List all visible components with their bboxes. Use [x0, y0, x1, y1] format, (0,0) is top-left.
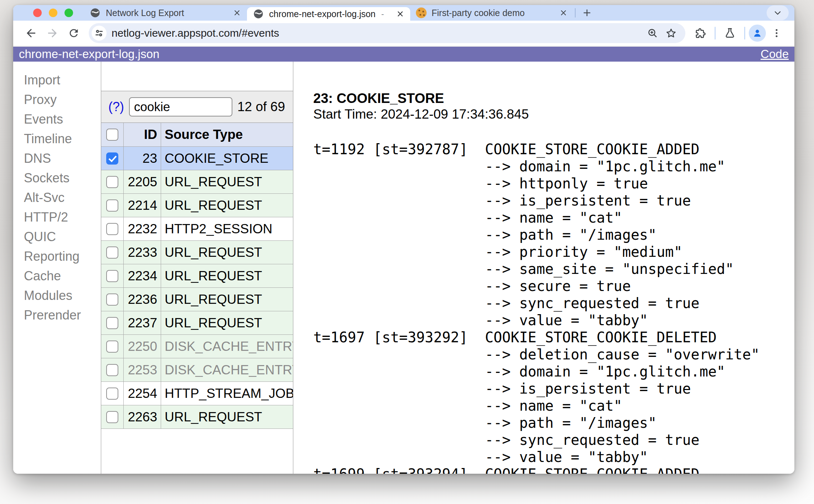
row-checkbox[interactable] [106, 411, 118, 423]
row-checkbox[interactable] [106, 317, 118, 329]
minimize-window-button[interactable] [49, 9, 57, 17]
puzzle-icon [694, 27, 706, 39]
sidebar-item-http-2[interactable]: HTTP/2 [24, 207, 101, 227]
row-id: 2214 [124, 194, 161, 217]
code-link[interactable]: Code [761, 47, 789, 61]
table-row[interactable]: 2263 URL_REQUEST [101, 405, 293, 429]
zoom-indicator-button[interactable] [643, 24, 662, 42]
row-checkbox-cell [101, 382, 124, 405]
experiments-button[interactable] [719, 23, 741, 43]
row-checkbox-cell [101, 170, 124, 193]
row-checkbox[interactable] [106, 388, 118, 400]
event-start-time: Start Time: 2024-12-09 17:34:36.845 [313, 106, 794, 122]
reload-button[interactable] [63, 23, 84, 43]
table-row[interactable]: 2253 DISK_CACHE_ENTRY [101, 358, 293, 382]
row-id: 2236 [124, 288, 161, 311]
events-list-panel: (?) 12 of 69 ID Source Type 23 COOKIE_ST… [101, 62, 293, 474]
desktop-background: Network Log Export chrome-net-export-log… [0, 0, 814, 504]
row-checkbox[interactable] [106, 176, 118, 188]
sidebar-item-proxy[interactable]: Proxy [24, 90, 101, 109]
sidebar-item-import[interactable]: Import [24, 70, 101, 90]
fullscreen-window-button[interactable] [65, 9, 73, 17]
row-checkbox-cell [101, 194, 124, 217]
event-details-panel: 23: COOKIE_STORE Start Time: 2024-12-09 … [293, 62, 794, 474]
table-row[interactable]: 2205 URL_REQUEST [101, 170, 293, 194]
event-log-text: t=1192 [st=392787] COOKIE_STORE_COOKIE_A… [313, 141, 794, 474]
row-checkbox[interactable] [106, 341, 118, 353]
column-header-source-type[interactable]: Source Type [161, 123, 293, 146]
row-id: 2250 [124, 335, 161, 358]
netlog-topbar: chrome-net-export-log.json Code [13, 47, 794, 62]
omnibox[interactable]: netlog-viewer.appspot.com/#events [89, 23, 685, 43]
url-text[interactable]: netlog-viewer.appspot.com/#events [112, 27, 643, 39]
row-checkbox[interactable] [106, 199, 118, 212]
tab-close-icon[interactable] [558, 7, 569, 19]
site-info-button[interactable] [92, 26, 107, 41]
table-row[interactable]: 2236 URL_REQUEST [101, 288, 293, 311]
sidebar-item-reporting[interactable]: Reporting [24, 246, 101, 266]
row-checkbox[interactable] [106, 152, 118, 165]
tab-close-icon[interactable] [395, 8, 406, 20]
sidebar-item-dns[interactable]: DNS [24, 149, 101, 168]
row-source-type: DISK_CACHE_ENTRY [161, 335, 293, 358]
table-row[interactable]: 2214 URL_REQUEST [101, 194, 293, 217]
sidebar-item-prerender[interactable]: Prerender [24, 305, 101, 325]
toolbar-divider [715, 27, 716, 40]
select-all-checkbox[interactable] [106, 129, 118, 141]
table-row[interactable]: 23 COOKIE_STORE [101, 147, 293, 170]
tab-first-party-cookie-demo[interactable]: First-party cookie demo [410, 5, 573, 21]
row-source-type: URL_REQUEST [161, 194, 293, 217]
sidebar-item-modules[interactable]: Modules [24, 286, 101, 305]
tab-search-button[interactable] [767, 5, 789, 20]
tab-strip: Network Log Export chrome-net-export-log… [13, 5, 794, 21]
tab-network-log-export[interactable]: Network Log Export [84, 5, 247, 21]
sidebar-item-timeline[interactable]: Timeline [24, 129, 101, 149]
bookmark-star-button[interactable] [662, 24, 680, 42]
row-id: 23 [124, 147, 161, 170]
extensions-button[interactable] [690, 23, 711, 43]
sidebar-item-alt-svc[interactable]: Alt-Svc [24, 188, 101, 207]
table-row[interactable]: 2234 URL_REQUEST [101, 264, 293, 288]
filter-help-link[interactable]: (?) [108, 99, 124, 114]
browser-menu-button[interactable] [766, 23, 787, 43]
sidebar-item-events[interactable]: Events [24, 109, 101, 129]
filter-result-count: 12 of 69 [237, 99, 285, 114]
forward-button[interactable] [42, 23, 63, 43]
window-controls [13, 9, 84, 17]
profile-avatar-button[interactable] [749, 25, 766, 42]
star-icon [665, 27, 677, 39]
row-checkbox-cell [101, 217, 124, 240]
new-tab-button[interactable] [578, 6, 596, 20]
row-id: 2253 [124, 358, 161, 381]
table-row[interactable]: 2254 HTTP_STREAM_JOB [101, 382, 293, 405]
row-checkbox-cell [101, 264, 124, 287]
sidebar-item-cache[interactable]: Cache [24, 266, 101, 286]
close-window-button[interactable] [33, 9, 42, 17]
row-checkbox[interactable] [106, 364, 118, 376]
row-checkbox[interactable] [106, 270, 118, 282]
table-row[interactable]: 2232 HTTP2_SESSION [101, 217, 293, 241]
sidebar-item-sockets[interactable]: Sockets [24, 168, 101, 188]
toolbar-divider [744, 27, 745, 40]
loaded-file-name: chrome-net-export-log.json [19, 47, 761, 61]
row-checkbox[interactable] [106, 223, 118, 235]
tab-title: First-party cookie demo [432, 8, 525, 18]
column-header-id[interactable]: ID [124, 123, 161, 146]
select-all-cell [101, 123, 124, 146]
tab-close-icon[interactable] [231, 7, 243, 19]
filter-bar: (?) 12 of 69 [101, 91, 293, 123]
row-checkbox[interactable] [106, 246, 118, 259]
row-checkbox[interactable] [106, 293, 118, 306]
magnifier-plus-icon [647, 27, 658, 39]
back-button[interactable] [20, 23, 42, 43]
flask-icon [724, 27, 736, 39]
globe-favicon-icon [253, 8, 264, 20]
tab-chrome-net-export-log[interactable]: chrome-net-export-log.json - [247, 7, 410, 21]
table-row[interactable]: 2250 DISK_CACHE_ENTRY [101, 335, 293, 358]
table-row[interactable]: 2233 URL_REQUEST [101, 241, 293, 264]
globe-favicon-icon [89, 7, 101, 19]
table-row[interactable]: 2237 URL_REQUEST [101, 311, 293, 335]
sidebar-item-quic[interactable]: QUIC [24, 227, 101, 246]
filter-input[interactable] [129, 97, 232, 116]
tab-title: Network Log Export [106, 8, 184, 18]
